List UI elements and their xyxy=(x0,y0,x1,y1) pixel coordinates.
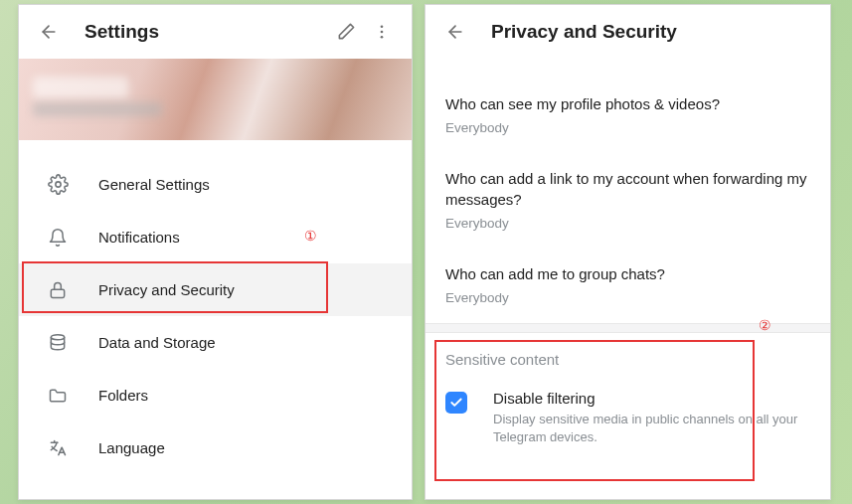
privacy-row-profile-photos[interactable]: Who can see my profile photos & videos? … xyxy=(426,79,830,153)
privacy-row-group-chats[interactable]: Who can add me to group chats? Everybody xyxy=(426,249,830,323)
menu-item-label: General Settings xyxy=(98,176,210,193)
menu-item-general-settings[interactable]: General Settings xyxy=(19,158,412,211)
svg-point-2 xyxy=(381,30,384,33)
more-button[interactable] xyxy=(364,14,400,50)
sensitive-content-label: Sensitive content xyxy=(426,333,830,374)
back-button[interactable] xyxy=(437,14,473,50)
privacy-panel: Privacy and Security Who can see my prof… xyxy=(425,4,831,500)
svg-point-3 xyxy=(381,35,384,38)
menu-item-language[interactable]: Language xyxy=(19,421,412,474)
lock-icon xyxy=(47,279,69,301)
privacy-title: Privacy and Security xyxy=(491,21,818,43)
disable-filtering-row[interactable]: Disable filtering Display sensitive medi… xyxy=(426,374,830,455)
checkbox-description: Display sensitive media in public channe… xyxy=(493,411,810,445)
profile-banner[interactable] xyxy=(19,59,412,140)
privacy-row-title: Who can add me to group chats? xyxy=(445,264,810,284)
more-vertical-icon xyxy=(373,23,391,41)
arrow-left-icon xyxy=(445,22,465,42)
language-icon xyxy=(47,437,69,459)
privacy-row-title: Who can see my profile photos & videos? xyxy=(445,94,810,114)
pencil-icon xyxy=(337,22,356,41)
menu-item-label: Privacy and Security xyxy=(98,281,235,298)
svg-point-6 xyxy=(51,334,64,339)
profile-name-blurred xyxy=(33,77,128,98)
svg-point-4 xyxy=(55,182,60,187)
settings-menu: General Settings Notifications Privacy a… xyxy=(19,140,412,474)
menu-item-folders[interactable]: Folders xyxy=(19,369,412,421)
svg-rect-5 xyxy=(51,289,64,297)
arrow-left-icon xyxy=(39,22,59,42)
menu-item-label: Folders xyxy=(98,387,148,404)
checkbox-title: Disable filtering xyxy=(493,390,810,407)
menu-item-label: Notifications xyxy=(98,229,180,246)
section-divider xyxy=(426,323,830,333)
privacy-row-forwarding-link[interactable]: Who can add a link to my account when fo… xyxy=(426,153,830,249)
profile-status-blurred xyxy=(33,102,162,116)
menu-item-label: Language xyxy=(98,439,165,456)
privacy-header: Privacy and Security xyxy=(426,5,830,59)
settings-panel: Settings General Settings Notifications xyxy=(18,4,413,500)
gear-icon xyxy=(47,174,69,196)
privacy-row-value: Everybody xyxy=(445,290,810,305)
menu-item-label: Data and Storage xyxy=(98,334,216,351)
disable-filtering-checkbox[interactable] xyxy=(445,392,467,414)
settings-title: Settings xyxy=(85,21,328,43)
edit-button[interactable] xyxy=(328,14,364,50)
menu-item-data-storage[interactable]: Data and Storage xyxy=(19,316,412,369)
settings-header: Settings xyxy=(19,5,412,59)
svg-point-1 xyxy=(381,25,384,28)
bell-icon xyxy=(47,227,69,249)
privacy-row-title: Who can add a link to my account when fo… xyxy=(445,169,810,210)
database-icon xyxy=(47,332,69,354)
privacy-row-value: Everybody xyxy=(445,216,810,231)
check-icon xyxy=(449,396,463,410)
back-button[interactable] xyxy=(31,14,67,50)
privacy-row-value: Everybody xyxy=(445,120,810,135)
menu-item-notifications[interactable]: Notifications xyxy=(19,211,412,263)
menu-item-privacy-security[interactable]: Privacy and Security xyxy=(19,263,412,316)
folder-icon xyxy=(47,385,69,407)
